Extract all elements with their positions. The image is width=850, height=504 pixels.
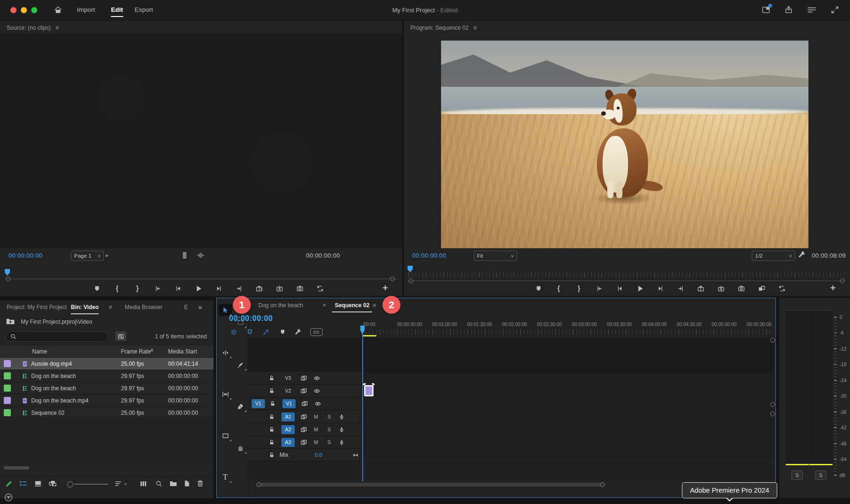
timeline-clip[interactable]	[364, 385, 374, 396]
sort-ascending-icon[interactable]: ∧	[150, 347, 153, 353]
voiceover-mic-icon[interactable]	[339, 413, 345, 420]
source-patch-v1[interactable]: V1	[252, 399, 265, 408]
add-marker-button[interactable]	[91, 283, 103, 294]
timeline-vscroll-handle-mid[interactable]	[770, 402, 775, 407]
program-play-button[interactable]	[634, 283, 646, 294]
drag-audio-icon[interactable]	[196, 252, 205, 259]
writable-pencil-icon[interactable]	[5, 479, 13, 488]
linked-selection-icon[interactable]	[262, 328, 270, 336]
lock-icon[interactable]	[269, 452, 275, 458]
mark-out-button[interactable]: }	[131, 283, 144, 294]
timeline-tab-active[interactable]: Sequence 02	[332, 302, 372, 312]
program-step-back-button[interactable]	[613, 283, 626, 294]
lock-icon[interactable]	[269, 388, 275, 394]
work-area-bar[interactable]	[363, 335, 376, 336]
sort-options-button[interactable]: ∨	[114, 480, 127, 487]
type-tool[interactable]: T	[219, 471, 232, 483]
lock-icon[interactable]	[269, 427, 275, 433]
play-button[interactable]	[192, 283, 204, 294]
timeline-vscroll-handle-top[interactable]	[770, 338, 775, 343]
track-label-v2[interactable]: V2	[281, 386, 295, 395]
label-color-swatch[interactable]	[4, 385, 11, 392]
navigate-up-icon[interactable]	[6, 317, 15, 326]
program-add-marker-button[interactable]	[532, 283, 544, 294]
program-video-frame[interactable]	[441, 41, 808, 248]
meter-solo-right-button[interactable]: S	[815, 470, 826, 480]
track-visibility-eye-icon[interactable]	[313, 375, 321, 381]
step-forward-button[interactable]	[212, 283, 225, 294]
comparison-view-button[interactable]	[314, 283, 326, 294]
meter-solo-left-button[interactable]: S	[791, 470, 803, 480]
new-bin-button[interactable]	[169, 480, 178, 487]
playback-resolution-dropdown[interactable]: 1/2∨	[752, 251, 795, 261]
timeline-ruler[interactable]: :00:00 00:00:30:00 00:01:00:00 00:01:30:…	[361, 319, 774, 336]
program-add-button[interactable]: +	[830, 283, 836, 294]
sync-lock-icon[interactable]	[300, 427, 307, 433]
label-color-swatch[interactable]	[4, 409, 11, 416]
bin-row[interactable]: Aussie dog.mp4 25.00 fps 00:04:41:14	[0, 358, 213, 370]
sync-lock-icon[interactable]	[300, 414, 307, 420]
drag-video-icon[interactable]	[180, 251, 189, 260]
solo-button[interactable]: S	[325, 439, 333, 445]
rectangle-tool[interactable]	[219, 429, 232, 442]
column-frame-rate[interactable]: Frame Rate	[121, 348, 168, 355]
sync-lock-icon[interactable]	[301, 401, 308, 407]
timeline-playhead-marker[interactable]	[360, 326, 365, 334]
program-playhead-marker[interactable]	[408, 266, 413, 272]
solo-button[interactable]: S	[325, 427, 333, 432]
project-panel-tab[interactable]: Project: My First Project	[7, 304, 67, 311]
overwrite-button[interactable]	[273, 283, 286, 294]
bin-row[interactable]: Dog on the beach 29.97 fps 00:00:00:00	[0, 370, 213, 382]
timeline-playhead-line[interactable]	[362, 326, 363, 481]
label-color-swatch[interactable]	[4, 360, 11, 367]
timeline-tab-menu-icon[interactable]: ≡	[373, 302, 376, 309]
new-item-button[interactable]	[183, 479, 191, 487]
timeline-tab-close-icon[interactable]: ×	[323, 302, 326, 309]
step-back-button[interactable]	[172, 283, 184, 294]
program-export-frame-button[interactable]	[735, 283, 748, 294]
search-box[interactable]	[6, 331, 109, 342]
delete-trash-button[interactable]	[196, 479, 204, 487]
program-settings-wrench-icon[interactable]	[798, 250, 807, 259]
automate-to-sequence-button[interactable]	[139, 480, 148, 487]
truncated-tab[interactable]: E	[184, 304, 188, 311]
source-playhead-marker[interactable]	[5, 269, 10, 276]
export-frame-button[interactable]	[294, 283, 306, 294]
quick-export-icon[interactable]	[784, 5, 793, 15]
zoom-slider[interactable]	[67, 481, 109, 487]
go-to-in-button[interactable]	[152, 283, 164, 294]
mute-button[interactable]: M	[312, 414, 320, 420]
bin-item-name[interactable]: Sequence 02	[31, 410, 121, 416]
timeline-settings-wrench-icon[interactable]	[294, 328, 302, 336]
source-scrub-handle-left[interactable]	[6, 277, 10, 281]
panel-overflow-icon[interactable]: »	[198, 303, 202, 311]
captions-icon[interactable]: CC	[310, 328, 323, 336]
list-view-button[interactable]	[19, 480, 27, 487]
go-to-out-button[interactable]	[233, 283, 245, 294]
slip-tool[interactable]	[219, 388, 232, 400]
find-button[interactable]	[155, 480, 163, 487]
bin-tab[interactable]: Bin: Video	[71, 304, 99, 314]
program-scrub-handle-left[interactable]	[408, 278, 413, 283]
sync-lock-icon[interactable]	[300, 439, 307, 445]
timeline-marker-icon[interactable]	[279, 328, 286, 336]
compare-view-button[interactable]	[756, 283, 768, 294]
timeline-tab-inactive[interactable]: Dog on the beach	[258, 302, 303, 309]
bin-item-name[interactable]: Aussie dog.mp4	[31, 361, 121, 367]
pen-tool[interactable]	[234, 400, 247, 412]
icon-view-button[interactable]	[34, 480, 42, 487]
timeline-timecode[interactable]: 00:00:00:00	[229, 314, 273, 323]
bin-path[interactable]: My First Project.prproj\Video	[21, 319, 92, 325]
fullscreen-icon[interactable]	[830, 5, 840, 15]
page-dropdown[interactable]: Page 1∨	[71, 251, 104, 261]
track-label-v3[interactable]: V3	[281, 374, 295, 383]
mark-in-button[interactable]: {	[111, 283, 123, 294]
lock-icon[interactable]	[269, 375, 275, 381]
sync-lock-icon[interactable]	[300, 375, 307, 381]
track-header-a2[interactable]: A2 M S	[248, 423, 361, 436]
track-label-a1[interactable]: A1	[281, 412, 295, 421]
label-color-swatch[interactable]	[4, 372, 11, 379]
track-header-v3[interactable]: V3	[248, 372, 361, 385]
nest-toggle-icon[interactable]	[230, 328, 238, 336]
ripple-edit-tool[interactable]	[219, 346, 232, 359]
